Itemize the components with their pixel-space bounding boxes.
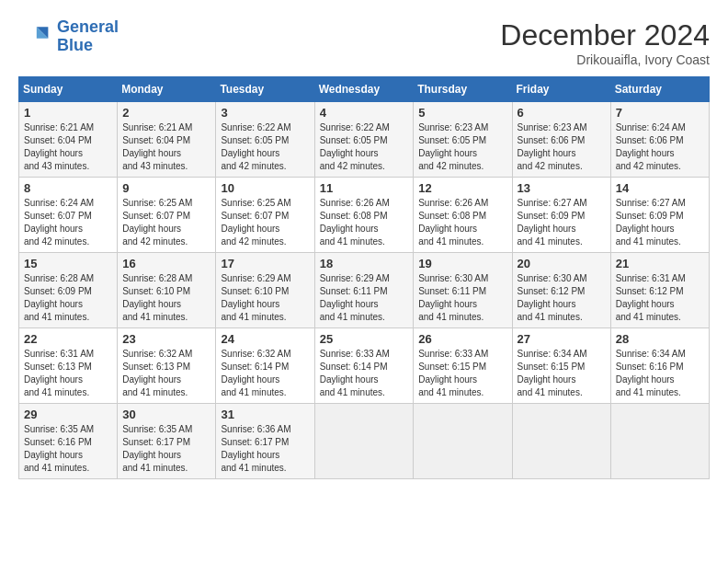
calendar-header-row: SundayMondayTuesdayWednesdayThursdayFrid… [19,77,710,102]
day-header-friday: Friday [512,77,610,102]
day-info: Sunrise: 6:23 AM Sunset: 6:06 PM Dayligh… [518,121,606,173]
day-info: Sunrise: 6:34 AM Sunset: 6:16 PM Dayligh… [616,348,704,399]
day-number: 14 [616,181,704,195]
calendar-cell [314,404,414,479]
day-info: Sunrise: 6:24 AM Sunset: 6:06 PM Dayligh… [616,121,704,173]
day-info: Sunrise: 6:33 AM Sunset: 6:14 PM Dayligh… [320,348,409,399]
calendar-cell: 28 Sunrise: 6:34 AM Sunset: 6:16 PM Dayl… [610,328,709,404]
day-number: 13 [518,181,606,195]
day-number: 15 [24,257,112,270]
day-info: Sunrise: 6:32 AM Sunset: 6:13 PM Dayligh… [122,348,210,399]
logo-line1: General [57,17,119,36]
day-number: 2 [122,106,210,120]
calendar-week-row: 22 Sunrise: 6:31 AM Sunset: 6:13 PM Dayl… [19,328,710,404]
calendar-cell: 15 Sunrise: 6:28 AM Sunset: 6:09 PM Dayl… [19,253,118,328]
day-number: 19 [418,257,506,270]
day-header-sunday: Sunday [19,77,118,102]
title-block: December 2024 Drikouaifla, Ivory Coast [500,18,710,67]
calendar-cell: 26 Sunrise: 6:33 AM Sunset: 6:15 PM Dayl… [414,328,512,404]
calendar-cell: 12 Sunrise: 6:26 AM Sunset: 6:08 PM Dayl… [414,178,512,253]
calendar-cell: 16 Sunrise: 6:28 AM Sunset: 6:10 PM Dayl… [118,253,216,328]
day-number: 28 [616,332,704,346]
calendar-cell: 10 Sunrise: 6:25 AM Sunset: 6:07 PM Dayl… [216,178,314,253]
day-number: 17 [221,257,309,270]
calendar-week-row: 8 Sunrise: 6:24 AM Sunset: 6:07 PM Dayli… [19,178,710,253]
calendar-cell [512,404,610,479]
day-info: Sunrise: 6:26 AM Sunset: 6:08 PM Dayligh… [320,197,409,248]
day-info: Sunrise: 6:21 AM Sunset: 6:04 PM Dayligh… [122,121,210,173]
day-info: Sunrise: 6:31 AM Sunset: 6:12 PM Dayligh… [616,272,704,324]
calendar-cell: 3 Sunrise: 6:22 AM Sunset: 6:05 PM Dayli… [216,102,314,178]
calendar-cell: 7 Sunrise: 6:24 AM Sunset: 6:06 PM Dayli… [610,102,709,178]
calendar-cell: 14 Sunrise: 6:27 AM Sunset: 6:09 PM Dayl… [610,178,709,253]
day-info: Sunrise: 6:23 AM Sunset: 6:05 PM Dayligh… [418,121,506,173]
day-number: 5 [418,106,506,120]
calendar-week-row: 15 Sunrise: 6:28 AM Sunset: 6:09 PM Dayl… [19,253,710,328]
day-info: Sunrise: 6:28 AM Sunset: 6:09 PM Dayligh… [24,272,112,324]
day-number: 23 [122,332,210,346]
logo-icon [18,20,51,53]
calendar-cell: 18 Sunrise: 6:29 AM Sunset: 6:11 PM Dayl… [314,253,414,328]
day-number: 18 [320,257,409,270]
day-info: Sunrise: 6:22 AM Sunset: 6:05 PM Dayligh… [221,121,309,173]
page-header: General Blue December 2024 Drikouaifla, … [18,18,710,67]
day-number: 11 [320,181,409,195]
day-number: 1 [24,106,112,120]
calendar-cell: 30 Sunrise: 6:35 AM Sunset: 6:17 PM Dayl… [118,404,216,479]
calendar-cell: 5 Sunrise: 6:23 AM Sunset: 6:05 PM Dayli… [414,102,512,178]
day-number: 24 [221,332,309,346]
logo: General Blue [18,18,119,55]
calendar-cell: 8 Sunrise: 6:24 AM Sunset: 6:07 PM Dayli… [19,178,118,253]
day-header-wednesday: Wednesday [314,77,414,102]
day-info: Sunrise: 6:27 AM Sunset: 6:09 PM Dayligh… [518,197,606,248]
day-number: 10 [221,181,309,195]
day-info: Sunrise: 6:22 AM Sunset: 6:05 PM Dayligh… [320,121,409,173]
day-info: Sunrise: 6:29 AM Sunset: 6:10 PM Dayligh… [221,272,309,324]
day-info: Sunrise: 6:21 AM Sunset: 6:04 PM Dayligh… [24,121,112,173]
day-number: 8 [24,181,112,195]
logo-line2: Blue [57,36,93,54]
calendar-cell: 20 Sunrise: 6:30 AM Sunset: 6:12 PM Dayl… [512,253,610,328]
month-title: December 2024 [500,18,710,52]
day-info: Sunrise: 6:24 AM Sunset: 6:07 PM Dayligh… [24,197,112,248]
day-number: 20 [518,257,606,270]
day-number: 22 [24,332,112,346]
day-info: Sunrise: 6:28 AM Sunset: 6:10 PM Dayligh… [122,272,210,324]
day-header-saturday: Saturday [610,77,709,102]
calendar-cell: 2 Sunrise: 6:21 AM Sunset: 6:04 PM Dayli… [118,102,216,178]
day-number: 29 [24,408,112,421]
day-info: Sunrise: 6:25 AM Sunset: 6:07 PM Dayligh… [221,197,309,248]
day-info: Sunrise: 6:30 AM Sunset: 6:12 PM Dayligh… [518,272,606,324]
day-number: 26 [418,332,506,346]
calendar-cell [610,404,709,479]
calendar-cell: 21 Sunrise: 6:31 AM Sunset: 6:12 PM Dayl… [610,253,709,328]
day-info: Sunrise: 6:35 AM Sunset: 6:16 PM Dayligh… [24,423,112,475]
day-number: 31 [221,408,309,421]
calendar-cell: 13 Sunrise: 6:27 AM Sunset: 6:09 PM Dayl… [512,178,610,253]
day-header-monday: Monday [118,77,216,102]
day-info: Sunrise: 6:33 AM Sunset: 6:15 PM Dayligh… [418,348,506,399]
calendar-cell: 25 Sunrise: 6:33 AM Sunset: 6:14 PM Dayl… [314,328,414,404]
calendar-cell: 22 Sunrise: 6:31 AM Sunset: 6:13 PM Dayl… [19,328,118,404]
day-info: Sunrise: 6:36 AM Sunset: 6:17 PM Dayligh… [221,423,309,475]
calendar-week-row: 29 Sunrise: 6:35 AM Sunset: 6:16 PM Dayl… [19,404,710,479]
calendar-cell: 23 Sunrise: 6:32 AM Sunset: 6:13 PM Dayl… [118,328,216,404]
location: Drikouaifla, Ivory Coast [500,52,710,67]
calendar-table: SundayMondayTuesdayWednesdayThursdayFrid… [18,76,710,479]
calendar-cell: 1 Sunrise: 6:21 AM Sunset: 6:04 PM Dayli… [19,102,118,178]
day-number: 7 [616,106,704,120]
calendar-cell: 17 Sunrise: 6:29 AM Sunset: 6:10 PM Dayl… [216,253,314,328]
day-info: Sunrise: 6:34 AM Sunset: 6:15 PM Dayligh… [518,348,606,399]
day-number: 25 [320,332,409,346]
calendar-cell: 19 Sunrise: 6:30 AM Sunset: 6:11 PM Dayl… [414,253,512,328]
day-number: 3 [221,106,309,120]
day-info: Sunrise: 6:31 AM Sunset: 6:13 PM Dayligh… [24,348,112,399]
day-header-thursday: Thursday [414,77,512,102]
day-number: 21 [616,257,704,270]
calendar-cell: 6 Sunrise: 6:23 AM Sunset: 6:06 PM Dayli… [512,102,610,178]
calendar-cell: 9 Sunrise: 6:25 AM Sunset: 6:07 PM Dayli… [118,178,216,253]
day-number: 16 [122,257,210,270]
logo-text: General Blue [57,18,119,55]
calendar-cell: 24 Sunrise: 6:32 AM Sunset: 6:14 PM Dayl… [216,328,314,404]
calendar-cell [414,404,512,479]
